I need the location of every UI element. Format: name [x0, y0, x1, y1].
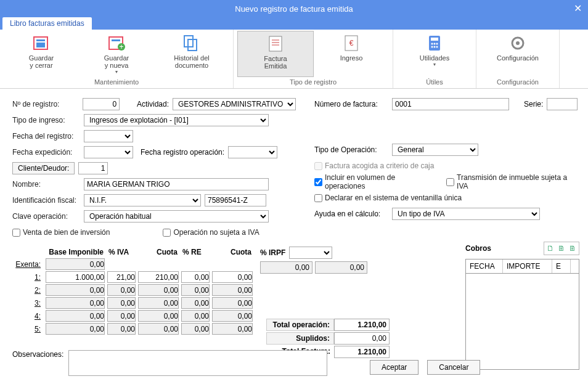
fact-acogida-label: Factura acogida a criterio de caja: [325, 161, 434, 170]
edit-doc-icon[interactable]: 🗎: [557, 243, 566, 253]
nombre-label: Nombre:: [12, 180, 80, 189]
cliente-num-input[interactable]: [78, 162, 108, 174]
svg-point-21: [434, 46, 436, 48]
tipo-operacion-select[interactable]: General: [392, 144, 478, 156]
trans-inmueble-label: Transmisión de inmueble sujeta a IVA: [457, 173, 579, 190]
cliente-deudor-button[interactable]: Cliente/Deudor:: [12, 162, 75, 174]
ingreso-button[interactable]: € Ingreso: [314, 31, 389, 77]
re-input[interactable]: [181, 271, 210, 283]
del-doc-icon[interactable]: 🗎: [568, 243, 578, 253]
tipo-ingreso-select[interactable]: Ingresos de explotación - [I01]: [84, 114, 269, 126]
irpf-val1[interactable]: 0,00: [260, 261, 312, 274]
tipo-ingreso-label: Tipo de ingreso:: [12, 116, 80, 125]
cuota-input[interactable]: [138, 271, 179, 283]
svg-rect-9: [269, 36, 282, 51]
iva-input[interactable]: [107, 323, 136, 335]
tipo-operacion-label: Tipo de Operación:: [314, 145, 388, 154]
fecha-reg-op-input[interactable]: [228, 146, 277, 158]
cuota-input[interactable]: [138, 310, 179, 322]
nregistro-label: Nº de registro:: [12, 100, 79, 108]
guardar-nueva-button[interactable]: + Guardar y nueva ▾: [79, 31, 154, 77]
th-irpf: % IRPF: [260, 248, 285, 257]
cuota2-input[interactable]: [212, 271, 253, 283]
fecha-exped-input[interactable]: [84, 146, 133, 158]
observaciones-input[interactable]: [68, 350, 327, 376]
tax-table: Base Imponible % IVA Cuota % RE Cuota Ex…: [12, 247, 254, 335]
cuota2-input[interactable]: [212, 284, 253, 296]
col-e[interactable]: E: [552, 259, 571, 273]
ident-fiscal-label: Identificación fiscal:: [12, 196, 80, 205]
ribbon-label: Utilidades: [401, 54, 468, 62]
total-op-label: Total operación:: [266, 319, 334, 331]
cuota-input[interactable]: [138, 323, 179, 335]
ayuda-calculo-select[interactable]: Un tipo de IVA: [392, 208, 540, 220]
aceptar-button[interactable]: Aceptar: [370, 360, 419, 375]
irpf-val2[interactable]: 0,00: [315, 261, 367, 274]
ribbon-label: Ingreso: [317, 54, 385, 62]
nombre-input[interactable]: [84, 178, 269, 190]
th-re: % RE: [180, 247, 211, 258]
iva-input[interactable]: [107, 284, 136, 296]
th-base: Base Imponible: [44, 247, 106, 258]
tab-libro[interactable]: Libro facturas emitidas: [2, 17, 92, 30]
fact-acogida-checkbox[interactable]: [314, 162, 322, 170]
svg-rect-1: [36, 39, 45, 41]
iva-input[interactable]: [107, 310, 136, 322]
factura-emitida-button[interactable]: Factura Emitida: [237, 31, 314, 77]
base-input[interactable]: [46, 258, 105, 270]
trans-inmueble-checkbox[interactable]: [446, 178, 454, 186]
clave-op-select[interactable]: Operación habitual: [84, 210, 269, 223]
iva-input[interactable]: [107, 271, 136, 283]
incluir-vol-checkbox[interactable]: [314, 178, 322, 186]
ribbon-group-label: Configuración: [480, 77, 555, 88]
venta-inversion-checkbox[interactable]: [12, 229, 20, 237]
tax-row-label: 4:: [12, 309, 44, 322]
utilidades-button[interactable]: Utilidades ▾: [397, 31, 472, 77]
base-input[interactable]: [46, 271, 105, 283]
base-input[interactable]: [46, 323, 105, 335]
col-importe[interactable]: IMPORTE: [503, 259, 552, 273]
th-cuota2: Cuota: [211, 247, 254, 258]
base-input[interactable]: [46, 310, 105, 322]
svg-rect-2: [36, 43, 45, 47]
base-input[interactable]: [46, 297, 105, 309]
re-input[interactable]: [181, 297, 210, 309]
guardar-cerrar-button[interactable]: Guardar y cerrar: [4, 31, 79, 77]
close-icon[interactable]: ✕: [574, 2, 582, 14]
nregistro-input[interactable]: [83, 98, 120, 110]
fecha-registro-input[interactable]: [84, 130, 133, 142]
num-factura-label: Número de factura:: [314, 100, 388, 108]
num-factura-input[interactable]: [392, 98, 509, 110]
cuota-input[interactable]: [138, 297, 179, 309]
ribbon: Guardar y cerrar + Guardar y nueva ▾ His…: [0, 30, 588, 89]
op-no-sujeta-checkbox[interactable]: [163, 229, 171, 237]
serie-input[interactable]: [547, 98, 578, 110]
svg-point-20: [431, 46, 433, 48]
ident-num-input[interactable]: [205, 194, 266, 206]
ident-tipo-select[interactable]: N.I.F.: [84, 194, 201, 206]
add-doc-icon[interactable]: 🗋: [545, 243, 555, 253]
re-input[interactable]: [181, 284, 210, 296]
re-input[interactable]: [181, 323, 210, 335]
base-input[interactable]: [46, 284, 105, 296]
income-icon: €: [341, 33, 361, 53]
cuota2-input[interactable]: [212, 323, 253, 335]
actividad-select[interactable]: GESTORES ADMINISTRATIVOS: [173, 98, 296, 110]
historial-button[interactable]: Historial del documento: [154, 31, 229, 77]
cuota2-input[interactable]: [212, 310, 253, 322]
cancelar-button[interactable]: Cancelar: [427, 360, 480, 375]
re-input[interactable]: [181, 310, 210, 322]
configuracion-button[interactable]: Configuración: [480, 31, 555, 77]
col-fecha[interactable]: FECHA: [466, 259, 503, 273]
suplidos-value[interactable]: 0,00: [334, 332, 390, 345]
incluir-vol-label: Incluir en volumen de operaciones: [325, 173, 436, 190]
irpf-select[interactable]: [289, 247, 332, 259]
cuota-input[interactable]: [138, 284, 179, 296]
declarar-vent-checkbox[interactable]: [314, 194, 322, 202]
history-icon: [182, 33, 202, 53]
svg-point-19: [436, 43, 438, 45]
invoice-icon: [266, 34, 285, 54]
cuota2-input[interactable]: [212, 297, 253, 309]
ribbon-label: Historial del documento: [158, 54, 226, 69]
iva-input[interactable]: [107, 297, 136, 309]
